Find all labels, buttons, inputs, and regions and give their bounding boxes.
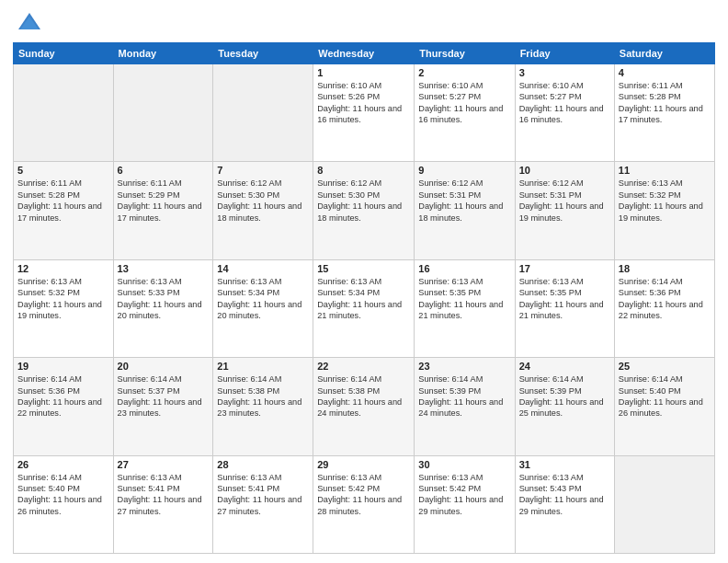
day-info: Sunrise: 6:13 AM Sunset: 5:41 PM Dayligh…: [118, 472, 210, 518]
day-info: Sunrise: 6:14 AM Sunset: 5:36 PM Dayligh…: [619, 276, 711, 322]
day-info: Sunrise: 6:14 AM Sunset: 5:40 PM Dayligh…: [619, 373, 711, 419]
logo-icon: [17, 9, 42, 35]
calendar-cell: 5Sunrise: 6:11 AM Sunset: 5:28 PM Daylig…: [14, 162, 114, 259]
day-number: 9: [418, 165, 510, 176]
calendar-cell: 14Sunrise: 6:13 AM Sunset: 5:34 PM Dayli…: [213, 259, 313, 357]
calendar-cell: 9Sunrise: 6:12 AM Sunset: 5:31 PM Daylig…: [415, 162, 515, 259]
day-info: Sunrise: 6:13 AM Sunset: 5:34 PM Dayligh…: [217, 276, 309, 322]
calendar-cell: 25Sunrise: 6:14 AM Sunset: 5:40 PM Dayli…: [614, 358, 714, 455]
weekday-header: Tuesday: [213, 43, 313, 64]
day-number: 21: [217, 361, 309, 372]
day-info: Sunrise: 6:13 AM Sunset: 5:42 PM Dayligh…: [418, 472, 510, 518]
calendar-cell: 17Sunrise: 6:13 AM Sunset: 5:35 PM Dayli…: [515, 259, 614, 357]
calendar-cell: 30Sunrise: 6:13 AM Sunset: 5:42 PM Dayli…: [415, 455, 515, 553]
day-number: 15: [317, 263, 410, 274]
calendar-cell: [14, 64, 114, 162]
day-info: Sunrise: 6:12 AM Sunset: 5:30 PM Dayligh…: [217, 178, 309, 224]
day-number: 22: [317, 361, 410, 372]
calendar-cell: 28Sunrise: 6:13 AM Sunset: 5:41 PM Dayli…: [213, 455, 313, 553]
day-number: 5: [17, 165, 109, 176]
calendar-cell: [213, 64, 313, 162]
day-info: Sunrise: 6:12 AM Sunset: 5:31 PM Dayligh…: [418, 178, 510, 224]
day-number: 20: [118, 361, 210, 372]
day-info: Sunrise: 6:13 AM Sunset: 5:42 PM Dayligh…: [317, 472, 410, 518]
day-number: 18: [619, 263, 711, 274]
day-number: 7: [217, 165, 309, 176]
day-info: Sunrise: 6:13 AM Sunset: 5:35 PM Dayligh…: [519, 276, 610, 322]
calendar-cell: 15Sunrise: 6:13 AM Sunset: 5:34 PM Dayli…: [313, 259, 415, 357]
day-info: Sunrise: 6:12 AM Sunset: 5:30 PM Dayligh…: [317, 178, 410, 224]
calendar-cell: 11Sunrise: 6:13 AM Sunset: 5:32 PM Dayli…: [614, 162, 714, 259]
calendar-week-row: 19Sunrise: 6:14 AM Sunset: 5:36 PM Dayli…: [14, 358, 715, 455]
day-number: 2: [418, 67, 510, 78]
day-number: 27: [118, 459, 210, 470]
day-info: Sunrise: 6:12 AM Sunset: 5:31 PM Dayligh…: [519, 178, 610, 224]
calendar-cell: 20Sunrise: 6:14 AM Sunset: 5:37 PM Dayli…: [113, 358, 213, 455]
day-number: 10: [519, 165, 610, 176]
calendar-cell: 31Sunrise: 6:13 AM Sunset: 5:43 PM Dayli…: [515, 455, 614, 553]
day-number: 16: [418, 263, 510, 274]
calendar-cell: 19Sunrise: 6:14 AM Sunset: 5:36 PM Dayli…: [14, 358, 114, 455]
calendar-cell: 2Sunrise: 6:10 AM Sunset: 5:27 PM Daylig…: [415, 64, 515, 162]
day-info: Sunrise: 6:13 AM Sunset: 5:33 PM Dayligh…: [118, 276, 210, 322]
day-number: 17: [519, 263, 610, 274]
weekday-header-row: SundayMondayTuesdayWednesdayThursdayFrid…: [14, 43, 715, 64]
calendar-week-row: 5Sunrise: 6:11 AM Sunset: 5:28 PM Daylig…: [14, 162, 715, 259]
calendar-cell: 22Sunrise: 6:14 AM Sunset: 5:38 PM Dayli…: [313, 358, 415, 455]
day-info: Sunrise: 6:11 AM Sunset: 5:29 PM Dayligh…: [118, 178, 210, 224]
day-info: Sunrise: 6:10 AM Sunset: 5:27 PM Dayligh…: [519, 80, 610, 126]
day-number: 28: [217, 459, 309, 470]
day-info: Sunrise: 6:13 AM Sunset: 5:32 PM Dayligh…: [619, 178, 711, 224]
calendar-cell: 1Sunrise: 6:10 AM Sunset: 5:26 PM Daylig…: [313, 64, 415, 162]
calendar-table: SundayMondayTuesdayWednesdayThursdayFrid…: [13, 42, 715, 554]
calendar-cell: 23Sunrise: 6:14 AM Sunset: 5:39 PM Dayli…: [415, 358, 515, 455]
calendar-week-row: 1Sunrise: 6:10 AM Sunset: 5:26 PM Daylig…: [14, 64, 715, 162]
day-info: Sunrise: 6:14 AM Sunset: 5:38 PM Dayligh…: [217, 373, 309, 419]
day-info: Sunrise: 6:14 AM Sunset: 5:36 PM Dayligh…: [17, 373, 109, 419]
calendar-cell: 21Sunrise: 6:14 AM Sunset: 5:38 PM Dayli…: [213, 358, 313, 455]
weekday-header: Monday: [113, 43, 213, 64]
day-number: 4: [619, 67, 711, 78]
calendar-cell: 18Sunrise: 6:14 AM Sunset: 5:36 PM Dayli…: [614, 259, 714, 357]
day-number: 12: [17, 263, 109, 274]
day-number: 29: [317, 459, 410, 470]
weekday-header: Saturday: [614, 43, 714, 64]
calendar-cell: 12Sunrise: 6:13 AM Sunset: 5:32 PM Dayli…: [14, 259, 114, 357]
day-number: 1: [317, 67, 410, 78]
day-number: 8: [317, 165, 410, 176]
day-number: 13: [118, 263, 210, 274]
day-info: Sunrise: 6:11 AM Sunset: 5:28 PM Dayligh…: [17, 178, 109, 224]
day-number: 19: [17, 361, 109, 372]
calendar-week-row: 12Sunrise: 6:13 AM Sunset: 5:32 PM Dayli…: [14, 259, 715, 357]
day-number: 24: [519, 361, 610, 372]
day-number: 11: [619, 165, 711, 176]
calendar-cell: 16Sunrise: 6:13 AM Sunset: 5:35 PM Dayli…: [415, 259, 515, 357]
calendar-cell: [113, 64, 213, 162]
calendar-week-row: 26Sunrise: 6:14 AM Sunset: 5:40 PM Dayli…: [14, 455, 715, 553]
calendar-cell: 3Sunrise: 6:10 AM Sunset: 5:27 PM Daylig…: [515, 64, 614, 162]
day-number: 30: [418, 459, 510, 470]
day-info: Sunrise: 6:10 AM Sunset: 5:26 PM Dayligh…: [317, 80, 410, 126]
weekday-header: Thursday: [415, 43, 515, 64]
calendar-cell: 27Sunrise: 6:13 AM Sunset: 5:41 PM Dayli…: [113, 455, 213, 553]
calendar-cell: 10Sunrise: 6:12 AM Sunset: 5:31 PM Dayli…: [515, 162, 614, 259]
day-info: Sunrise: 6:11 AM Sunset: 5:28 PM Dayligh…: [619, 80, 711, 126]
day-info: Sunrise: 6:13 AM Sunset: 5:34 PM Dayligh…: [317, 276, 410, 322]
weekday-header: Wednesday: [313, 43, 415, 64]
calendar-cell: 4Sunrise: 6:11 AM Sunset: 5:28 PM Daylig…: [614, 64, 714, 162]
day-info: Sunrise: 6:14 AM Sunset: 5:37 PM Dayligh…: [118, 373, 210, 419]
calendar-cell: 8Sunrise: 6:12 AM Sunset: 5:30 PM Daylig…: [313, 162, 415, 259]
day-number: 23: [418, 361, 510, 372]
calendar-cell: 26Sunrise: 6:14 AM Sunset: 5:40 PM Dayli…: [14, 455, 114, 553]
logo: [13, 9, 42, 35]
day-number: 14: [217, 263, 309, 274]
day-info: Sunrise: 6:13 AM Sunset: 5:43 PM Dayligh…: [519, 472, 610, 518]
day-number: 6: [118, 165, 210, 176]
day-info: Sunrise: 6:10 AM Sunset: 5:27 PM Dayligh…: [418, 80, 510, 126]
day-info: Sunrise: 6:13 AM Sunset: 5:35 PM Dayligh…: [418, 276, 510, 322]
calendar-cell: 13Sunrise: 6:13 AM Sunset: 5:33 PM Dayli…: [113, 259, 213, 357]
day-info: Sunrise: 6:14 AM Sunset: 5:39 PM Dayligh…: [519, 373, 610, 419]
day-info: Sunrise: 6:13 AM Sunset: 5:32 PM Dayligh…: [17, 276, 109, 322]
page: SundayMondayTuesdayWednesdayThursdayFrid…: [0, 0, 728, 563]
weekday-header: Sunday: [14, 43, 114, 64]
